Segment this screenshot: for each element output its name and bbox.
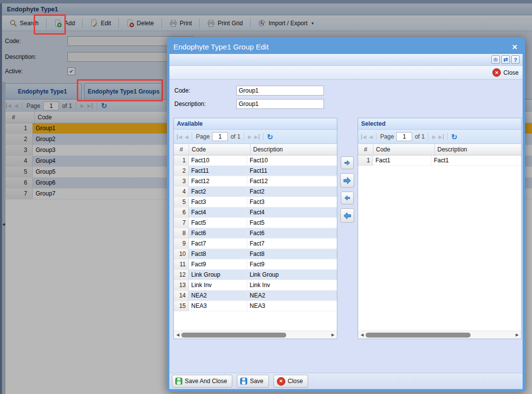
modal-description-label: Description: (174, 100, 236, 107)
dialog-body: Code: Description: Available ◀ ◀ Page o (169, 80, 523, 389)
list-item[interactable]: 3Fact12Fact12 (174, 176, 337, 187)
list-item[interactable]: 6Fact4Fact4 (174, 207, 337, 218)
save-and-close-button[interactable]: Save And Close (172, 375, 232, 388)
list-item[interactable]: 13Link InvLink Inv (174, 280, 337, 291)
move-right-button[interactable] (341, 156, 354, 169)
close-circle-icon: ✕ (492, 68, 501, 77)
column-header-number[interactable]: # (174, 144, 189, 155)
first-page-button[interactable]: ◀ (177, 134, 182, 140)
page-of-label: of 1 (230, 133, 240, 140)
horizontal-scrollbar[interactable]: ◀ ▶ (174, 331, 337, 339)
first-page-button[interactable]: ◀ (361, 134, 367, 140)
close-circle-icon: ✕ (277, 377, 285, 386)
save-button[interactable]: Save (237, 375, 268, 388)
selected-title: Selected (361, 120, 385, 127)
close-button[interactable]: ✕ Close (273, 375, 309, 388)
toolbar-close-button[interactable]: ✕ Close (492, 68, 519, 77)
help-button[interactable]: ? (511, 55, 520, 64)
list-item[interactable]: 1Fact10Fact10 (174, 155, 337, 166)
grid-empty-space (358, 166, 521, 331)
modal-code-label: Code: (174, 87, 236, 94)
screen: Endophyte Type1 Search Add Ed (0, 0, 532, 394)
next-page-button[interactable]: ▶ (432, 134, 436, 140)
pager-separator (376, 133, 376, 141)
selected-pager: ◀ ◀ Page of 1 ▶ ▶ ↻ (358, 130, 521, 144)
horizontal-scrollbar[interactable]: ◀ ▶ (358, 331, 521, 339)
toolbar-close-label: Close (503, 69, 519, 76)
page-label: Page (380, 133, 394, 140)
move-left-button[interactable] (341, 192, 354, 204)
dialog-toolbar: ✕ Close (169, 66, 523, 80)
refresh-button[interactable]: ⇄ (501, 55, 510, 64)
list-item[interactable]: 11Fact9Fact9 (174, 259, 337, 270)
page-number-input[interactable] (396, 132, 412, 141)
list-item[interactable]: 2Fact11Fact11 (174, 166, 337, 176)
help-icon: ? (514, 57, 517, 63)
scrollbar-track[interactable] (180, 333, 330, 338)
prev-page-button[interactable]: ◀ (369, 134, 373, 140)
column-header-description[interactable]: Description (251, 144, 337, 155)
refresh-icon[interactable]: ↻ (451, 133, 458, 141)
list-item[interactable]: 7Fact5Fact5 (174, 218, 337, 228)
scrollbar-thumb[interactable] (181, 333, 286, 338)
close-icon[interactable]: ✕ (512, 43, 523, 51)
list-item[interactable]: 5Fact3Fact3 (174, 197, 337, 207)
list-item[interactable]: 14NEA2NEA2 (174, 291, 337, 301)
scrollbar-thumb[interactable] (366, 333, 471, 338)
pager-separator (428, 133, 428, 141)
grid-empty-space (174, 311, 337, 331)
save-blue-icon (240, 378, 247, 385)
column-header-code[interactable]: Code (189, 144, 251, 155)
available-panel-header: Available (174, 118, 337, 130)
list-item[interactable]: 10Fact8Fact8 (174, 249, 337, 259)
sync-icon: ⇄ (503, 56, 508, 63)
available-pager: ◀ ◀ Page of 1 ▶ ▶ ↻ (174, 130, 337, 144)
modal-code-field[interactable] (236, 86, 324, 96)
move-all-right-button[interactable] (340, 173, 354, 188)
list-item[interactable]: 4Fact2Fact2 (174, 187, 337, 197)
dialog-title-bar: Endophyte Type1 Group Edit ✕ (169, 40, 523, 54)
settings-button[interactable] (491, 55, 500, 64)
scrollbar-track[interactable] (365, 333, 515, 338)
page-of-label: of 1 (415, 133, 425, 140)
pager-separator (263, 133, 264, 141)
close-label: Close (288, 378, 303, 385)
dialog-title: Endophyte Type1 Group Edit (169, 43, 512, 51)
dialog-footer: Save And Close Save ✕ Close (169, 373, 523, 389)
last-page-button[interactable]: ▶ (438, 134, 444, 140)
list-item[interactable]: 8Fact6Fact6 (174, 228, 337, 239)
prev-page-button[interactable]: ◀ (185, 134, 189, 140)
group-edit-dialog: Endophyte Type1 Group Edit ✕ ⇄ ? ✕ Close… (167, 37, 525, 392)
last-page-button[interactable]: ▶ (254, 134, 260, 140)
scroll-left-icon[interactable]: ◀ (175, 333, 180, 337)
modal-description-field[interactable] (236, 99, 324, 109)
highlight-groups-tab (77, 79, 163, 101)
page-label: Page (196, 133, 210, 140)
pager-separator (192, 133, 192, 141)
save-label: Save (250, 378, 263, 385)
selected-panel: Selected ◀ ◀ Page of 1 ▶ ▶ ↻ # (358, 118, 522, 339)
dialog-tool-strip: ⇄ ? (169, 54, 523, 66)
list-item[interactable]: 15NEA3NEA3 (174, 301, 337, 311)
selected-panel-header: Selected (358, 118, 521, 130)
available-panel: Available ◀ ◀ Page of 1 ▶ ▶ ↻ # (173, 118, 337, 339)
pager-separator (447, 133, 448, 141)
scroll-right-icon[interactable]: ▶ (330, 333, 335, 337)
save-and-close-label: Save And Close (185, 378, 227, 385)
scroll-right-icon[interactable]: ▶ (515, 333, 520, 337)
next-page-button[interactable]: ▶ (248, 134, 252, 140)
list-item[interactable]: 12Link GroupLink Group (174, 270, 337, 280)
save-green-icon (175, 378, 182, 385)
refresh-icon[interactable]: ↻ (267, 133, 273, 141)
page-number-input[interactable] (212, 132, 228, 141)
column-header-description[interactable]: Description (435, 144, 521, 155)
list-item[interactable]: 9Fact7Fact7 (174, 239, 337, 249)
move-buttons (340, 156, 355, 227)
column-header-number[interactable]: # (358, 144, 373, 155)
move-all-left-button[interactable] (340, 208, 354, 223)
selected-grid-header: # Code Description (358, 144, 521, 155)
column-header-code[interactable]: Code (373, 144, 435, 155)
scroll-left-icon[interactable]: ◀ (360, 333, 365, 337)
list-item[interactable]: 1Fact1Fact1 (358, 155, 521, 166)
highlight-add-button (34, 14, 66, 35)
